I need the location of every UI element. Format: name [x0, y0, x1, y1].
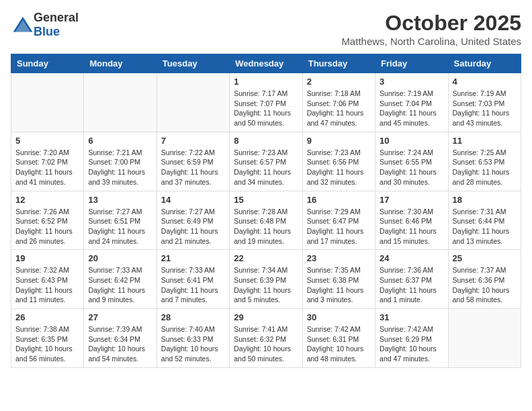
- header-friday: Friday: [375, 54, 448, 73]
- day-number: 13: [88, 195, 152, 205]
- day-number: 3: [380, 77, 443, 87]
- calendar-week-row: 26Sunrise: 7:38 AMSunset: 6:35 PMDayligh…: [11, 309, 521, 368]
- header-tuesday: Tuesday: [157, 54, 229, 73]
- table-row: 20Sunrise: 7:33 AMSunset: 6:42 PMDayligh…: [84, 250, 157, 309]
- table-row: 19Sunrise: 7:32 AMSunset: 6:43 PMDayligh…: [11, 250, 84, 309]
- table-row: 21Sunrise: 7:33 AMSunset: 6:41 PMDayligh…: [157, 250, 229, 309]
- table-row: 17Sunrise: 7:30 AMSunset: 6:46 PMDayligh…: [375, 191, 448, 250]
- logo-general: General: [34, 11, 79, 24]
- day-info: Sunrise: 7:20 AMSunset: 7:02 PMDaylight:…: [15, 148, 79, 187]
- day-info: Sunrise: 7:30 AMSunset: 6:46 PMDaylight:…: [380, 207, 443, 246]
- day-info: Sunrise: 7:38 AMSunset: 6:35 PMDaylight:…: [15, 324, 79, 364]
- day-info: Sunrise: 7:25 AMSunset: 6:53 PMDaylight:…: [453, 148, 517, 187]
- day-number: 26: [15, 312, 79, 322]
- day-info: Sunrise: 7:19 AMSunset: 7:03 PMDaylight:…: [453, 89, 517, 128]
- calendar-week-row: 19Sunrise: 7:32 AMSunset: 6:43 PMDayligh…: [11, 250, 521, 309]
- table-row: 27Sunrise: 7:39 AMSunset: 6:34 PMDayligh…: [84, 309, 157, 368]
- day-number: 12: [15, 195, 79, 205]
- day-number: 21: [161, 253, 225, 263]
- table-row: 13Sunrise: 7:27 AMSunset: 6:51 PMDayligh…: [84, 191, 157, 250]
- table-row: [448, 309, 521, 368]
- day-number: 30: [307, 312, 371, 322]
- day-info: Sunrise: 7:17 AMSunset: 7:07 PMDaylight:…: [234, 89, 298, 128]
- table-row: 7Sunrise: 7:22 AMSunset: 6:59 PMDaylight…: [157, 132, 229, 191]
- table-row: 31Sunrise: 7:42 AMSunset: 6:29 PMDayligh…: [375, 309, 448, 368]
- header-saturday: Saturday: [448, 54, 521, 73]
- table-row: [11, 73, 84, 132]
- day-info: Sunrise: 7:28 AMSunset: 6:48 PMDaylight:…: [234, 207, 298, 246]
- table-row: 16Sunrise: 7:29 AMSunset: 6:47 PMDayligh…: [302, 191, 375, 250]
- day-info: Sunrise: 7:18 AMSunset: 7:06 PMDaylight:…: [307, 89, 371, 128]
- table-row: 28Sunrise: 7:40 AMSunset: 6:33 PMDayligh…: [157, 309, 229, 368]
- table-row: 24Sunrise: 7:36 AMSunset: 6:37 PMDayligh…: [375, 250, 448, 309]
- header-thursday: Thursday: [302, 54, 375, 73]
- location-title: Matthews, North Carolina, United States: [341, 36, 521, 47]
- month-title: October 2025: [341, 11, 521, 36]
- day-number: 24: [380, 253, 443, 263]
- table-row: 3Sunrise: 7:19 AMSunset: 7:04 PMDaylight…: [375, 73, 448, 132]
- table-row: 15Sunrise: 7:28 AMSunset: 6:48 PMDayligh…: [230, 191, 302, 250]
- day-number: 23: [307, 253, 371, 263]
- table-row: 25Sunrise: 7:37 AMSunset: 6:36 PMDayligh…: [448, 250, 521, 309]
- day-info: Sunrise: 7:27 AMSunset: 6:49 PMDaylight:…: [161, 207, 225, 246]
- day-info: Sunrise: 7:23 AMSunset: 6:56 PMDaylight:…: [307, 148, 371, 187]
- title-section: October 2025 Matthews, North Carolina, U…: [341, 11, 521, 47]
- table-row: 8Sunrise: 7:23 AMSunset: 6:57 PMDaylight…: [230, 132, 302, 191]
- day-number: 28: [161, 312, 225, 322]
- day-info: Sunrise: 7:39 AMSunset: 6:34 PMDaylight:…: [88, 324, 152, 364]
- table-row: 30Sunrise: 7:42 AMSunset: 6:31 PMDayligh…: [302, 309, 375, 368]
- calendar-header-row: Sunday Monday Tuesday Wednesday Thursday…: [11, 54, 521, 73]
- table-row: 14Sunrise: 7:27 AMSunset: 6:49 PMDayligh…: [157, 191, 229, 250]
- day-info: Sunrise: 7:23 AMSunset: 6:57 PMDaylight:…: [234, 148, 298, 187]
- day-info: Sunrise: 7:26 AMSunset: 6:52 PMDaylight:…: [15, 207, 79, 246]
- day-info: Sunrise: 7:19 AMSunset: 7:04 PMDaylight:…: [380, 89, 443, 128]
- table-row: 5Sunrise: 7:20 AMSunset: 7:02 PMDaylight…: [11, 132, 84, 191]
- table-row: 23Sunrise: 7:35 AMSunset: 6:38 PMDayligh…: [302, 250, 375, 309]
- header-wednesday: Wednesday: [230, 54, 302, 73]
- day-number: 2: [307, 77, 371, 87]
- day-info: Sunrise: 7:42 AMSunset: 6:29 PMDaylight:…: [380, 324, 443, 364]
- table-row: [157, 73, 229, 132]
- day-info: Sunrise: 7:37 AMSunset: 6:36 PMDaylight:…: [453, 265, 517, 305]
- day-number: 18: [453, 195, 517, 205]
- logo: General Blue: [11, 11, 79, 39]
- day-number: 1: [234, 77, 298, 87]
- table-row: 11Sunrise: 7:25 AMSunset: 6:53 PMDayligh…: [448, 132, 521, 191]
- table-row: 29Sunrise: 7:41 AMSunset: 6:32 PMDayligh…: [230, 309, 302, 368]
- table-row: 18Sunrise: 7:31 AMSunset: 6:44 PMDayligh…: [448, 191, 521, 250]
- day-info: Sunrise: 7:24 AMSunset: 6:55 PMDaylight:…: [380, 148, 443, 187]
- table-row: 22Sunrise: 7:34 AMSunset: 6:39 PMDayligh…: [230, 250, 302, 309]
- day-number: 31: [380, 312, 443, 322]
- day-info: Sunrise: 7:41 AMSunset: 6:32 PMDaylight:…: [234, 324, 298, 364]
- day-number: 19: [15, 253, 79, 263]
- day-info: Sunrise: 7:35 AMSunset: 6:38 PMDaylight:…: [307, 265, 371, 305]
- table-row: 1Sunrise: 7:17 AMSunset: 7:07 PMDaylight…: [230, 73, 302, 132]
- day-info: Sunrise: 7:36 AMSunset: 6:37 PMDaylight:…: [380, 265, 443, 305]
- logo-icon: [12, 15, 34, 34]
- header-monday: Monday: [84, 54, 157, 73]
- day-number: 20: [88, 253, 152, 263]
- day-number: 7: [161, 136, 225, 146]
- day-number: 11: [453, 136, 517, 146]
- table-row: [84, 73, 157, 132]
- day-info: Sunrise: 7:27 AMSunset: 6:51 PMDaylight:…: [88, 207, 152, 246]
- logo-text: General Blue: [34, 11, 79, 39]
- day-info: Sunrise: 7:33 AMSunset: 6:41 PMDaylight:…: [161, 265, 225, 305]
- day-number: 25: [453, 253, 517, 263]
- page-header: General Blue October 2025 Matthews, Nort…: [11, 11, 521, 47]
- day-number: 9: [307, 136, 371, 146]
- day-number: 8: [234, 136, 298, 146]
- day-number: 10: [380, 136, 443, 146]
- day-info: Sunrise: 7:29 AMSunset: 6:47 PMDaylight:…: [307, 207, 371, 246]
- day-number: 5: [15, 136, 79, 146]
- table-row: 2Sunrise: 7:18 AMSunset: 7:06 PMDaylight…: [302, 73, 375, 132]
- day-number: 17: [380, 195, 443, 205]
- day-info: Sunrise: 7:31 AMSunset: 6:44 PMDaylight:…: [453, 207, 517, 246]
- calendar: Sunday Monday Tuesday Wednesday Thursday…: [11, 54, 521, 368]
- table-row: 10Sunrise: 7:24 AMSunset: 6:55 PMDayligh…: [375, 132, 448, 191]
- calendar-week-row: 5Sunrise: 7:20 AMSunset: 7:02 PMDaylight…: [11, 132, 521, 191]
- day-info: Sunrise: 7:22 AMSunset: 6:59 PMDaylight:…: [161, 148, 225, 187]
- day-number: 4: [453, 77, 517, 87]
- table-row: 12Sunrise: 7:26 AMSunset: 6:52 PMDayligh…: [11, 191, 84, 250]
- day-info: Sunrise: 7:42 AMSunset: 6:31 PMDaylight:…: [307, 324, 371, 364]
